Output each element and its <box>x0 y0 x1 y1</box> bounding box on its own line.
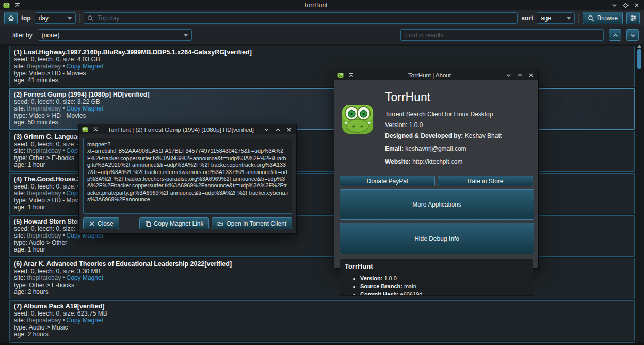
result-seed-line: seed: 0, leech: 0, size: 623.75 MB <box>14 310 630 318</box>
result-age-line: age: 2 hours <box>14 331 630 338</box>
shade-icon[interactable] <box>91 126 100 133</box>
result-item-7[interactable]: (7) Albums Pack A19[verified] seed: 0, l… <box>9 300 635 341</box>
about-dialog-body: TorrHunt Torrent Search Client for Linux… <box>334 80 538 300</box>
sort-combobox[interactable]: age <box>537 12 575 24</box>
result-title: (7) Albums Pack A19[verified] <box>14 303 630 310</box>
close-button[interactable]: Close <box>83 217 119 229</box>
chevron-up-icon <box>613 33 618 38</box>
toolbar-separator <box>79 13 80 23</box>
results-scrollbar[interactable] <box>637 45 642 343</box>
magnet-dialog-title: TorrHunt | (2) Forrest Gump (1994) [1080… <box>103 127 259 133</box>
bullet-icon: • <box>62 274 65 281</box>
minimize-icon[interactable] <box>262 126 270 133</box>
about-button-row-1: Donate PayPal Rate in Store <box>340 176 533 186</box>
donate-paypal-button[interactable]: Donate PayPal <box>340 176 435 186</box>
filter-value: (none) <box>42 32 60 39</box>
result-item-1[interactable]: (1) Lost.Highway.1997.2160p.BluRay.3999M… <box>9 46 635 87</box>
about-logo-column <box>340 84 376 169</box>
filter-settings-button[interactable] <box>626 12 640 24</box>
find-field[interactable] <box>400 29 604 41</box>
site-value: thepiratebay <box>27 105 61 112</box>
search-icon <box>588 15 594 22</box>
close-button-label: Close <box>98 220 114 227</box>
app-frog-icon <box>337 72 344 79</box>
folder-open-icon <box>217 221 223 227</box>
rate-in-store-button[interactable]: Rate in Store <box>438 176 533 186</box>
range-value: day <box>39 14 49 22</box>
home-button[interactable] <box>4 12 18 24</box>
magnet-dialog-titlebar: TorrHunt | (2) Forrest Gump (1994) [1080… <box>79 124 296 134</box>
site-label: site: <box>14 147 25 154</box>
result-type-line: type: Audio > Music <box>14 324 630 332</box>
close-icon[interactable] <box>527 72 535 79</box>
site-label: site: <box>14 232 25 239</box>
window-bottom-edge <box>0 343 644 345</box>
find-previous-button[interactable] <box>609 29 621 41</box>
torrhunt-croc-logo <box>342 103 374 135</box>
bullet-icon: • <box>62 62 65 70</box>
about-version: Version: 1.0.0 <box>385 121 533 129</box>
magnet-link-textarea[interactable]: magnet:? xt=urn:btih:FB52AA4908EA51FA17B… <box>83 138 292 214</box>
copy-button-label: Copy Magnet Link <box>154 220 204 227</box>
copy-magnet-link[interactable]: Copy Magnet <box>67 317 103 324</box>
maximize-icon[interactable] <box>621 2 630 9</box>
browse-label: Browse <box>597 14 618 22</box>
result-item-2[interactable]: (2) Forrest Gump (1994) [1080p] HD[verif… <box>9 88 635 130</box>
result-item-8-partial[interactable] <box>9 342 635 343</box>
site-label: site: <box>14 62 25 70</box>
main-titlebar: TorrHunt <box>0 0 644 10</box>
copy-magnet-link-button[interactable]: Copy Magnet Link <box>139 217 210 229</box>
scroll-up-arrow-icon[interactable] <box>637 45 641 48</box>
site-value: thepiratebay <box>27 62 61 70</box>
app-frog-icon <box>3 2 10 9</box>
open-in-torrent-client-button[interactable]: Open in Torrent Client <box>212 217 292 229</box>
about-dialog-titlebar: TorrHunt | About <box>334 70 538 80</box>
range-combobox[interactable]: day <box>35 12 76 24</box>
sort-label: sort <box>521 14 533 22</box>
debug-info-box: TorrHunt Version:1.0.0 Source Branch:mai… <box>340 259 533 296</box>
site-label: site: <box>14 105 25 112</box>
search-field[interactable] <box>84 12 518 24</box>
about-info: TorrHunt Torrent Search Client for Linux… <box>385 84 533 169</box>
minimize-icon[interactable] <box>504 72 512 79</box>
about-developer: Designed & Developed by: Keshav Bhatt <box>385 132 533 139</box>
site-label: site: <box>14 190 25 197</box>
maximize-icon[interactable] <box>516 72 524 79</box>
hide-debug-info-button[interactable]: Hide Debug Info <box>340 223 534 254</box>
about-app-name: TorrHunt <box>385 90 533 104</box>
copy-magnet-link[interactable]: Copy Magnet <box>67 274 103 281</box>
shade-icon[interactable] <box>347 72 355 79</box>
debug-header: TorrHunt <box>345 262 528 270</box>
site-value: thepiratebay <box>27 317 61 324</box>
top-label: top <box>21 14 31 22</box>
minimize-icon[interactable] <box>610 2 618 9</box>
site-value: thepiratebay <box>27 190 61 197</box>
chevron-down-icon <box>630 33 636 38</box>
about-email: Email: keshavnrj@gmail.com <box>385 145 533 152</box>
site-value: thepiratebay <box>27 147 61 154</box>
result-item-6[interactable]: (6) Arar K. Advanced Theories of Educati… <box>9 258 635 299</box>
magnet-dialog-body: magnet:? xt=urn:btih:FB52AA4908EA51FA17B… <box>79 134 296 233</box>
find-next-button[interactable] <box>626 29 639 41</box>
copy-magnet-link[interactable]: Copy Magnet <box>67 105 103 112</box>
close-icon[interactable] <box>633 2 641 9</box>
find-in-results-input[interactable] <box>404 31 600 39</box>
close-icon[interactable] <box>285 126 293 133</box>
copy-icon <box>145 221 151 227</box>
shade-icon[interactable] <box>13 2 21 9</box>
search-input[interactable] <box>96 14 514 22</box>
sliders-icon <box>630 15 637 21</box>
maximize-icon[interactable] <box>273 126 282 133</box>
bullet-icon: • <box>62 147 65 154</box>
about-subtitle: Torrent Search Client for Linux Desktop <box>385 111 533 118</box>
magnet-dialog: TorrHunt | (2) Forrest Gump (1994) [1080… <box>78 124 297 234</box>
about-dialog-title: TorrHunt | About <box>358 72 501 79</box>
browse-button[interactable]: Browse <box>583 12 623 24</box>
main-window-title: TorrHunt <box>24 2 607 9</box>
scrollbar-thumb[interactable] <box>637 49 641 69</box>
filter-combobox[interactable]: (none) <box>38 29 192 41</box>
more-applications-button[interactable]: More Applications <box>340 189 534 220</box>
debug-entry: Source Branch:main <box>360 283 528 290</box>
copy-magnet-link[interactable]: Copy Magnet <box>67 62 103 70</box>
magnet-dialog-buttons: Close Copy Magnet Link Open in Torrent C… <box>83 217 292 229</box>
